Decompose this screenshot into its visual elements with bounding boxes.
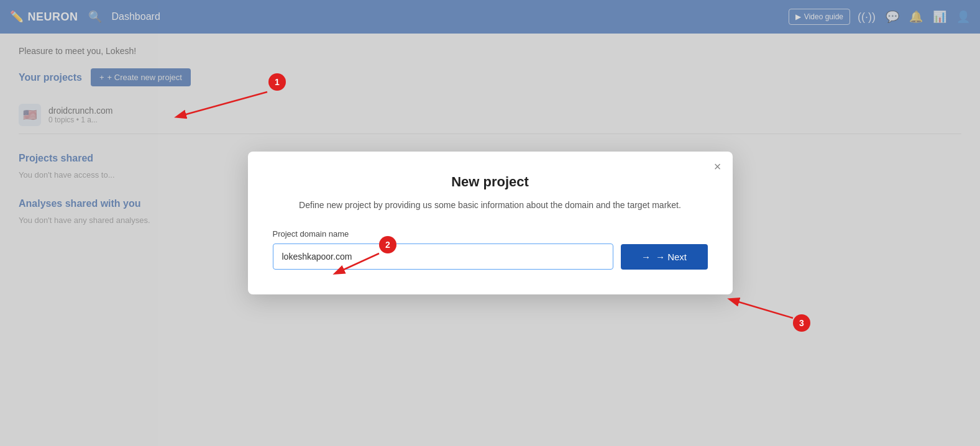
new-project-modal: × New project Define new project by prov… — [248, 152, 733, 237]
modal-title: New project — [273, 174, 708, 190]
modal-overlay: × New project Define new project by prov… — [0, 0, 980, 237]
modal-form: Project domain name → → Next — [273, 229, 708, 237]
modal-description: Define new project by providing us some … — [273, 199, 708, 212]
project-domain-label: Project domain name — [273, 229, 708, 237]
modal-close-button[interactable]: × — [714, 160, 721, 173]
